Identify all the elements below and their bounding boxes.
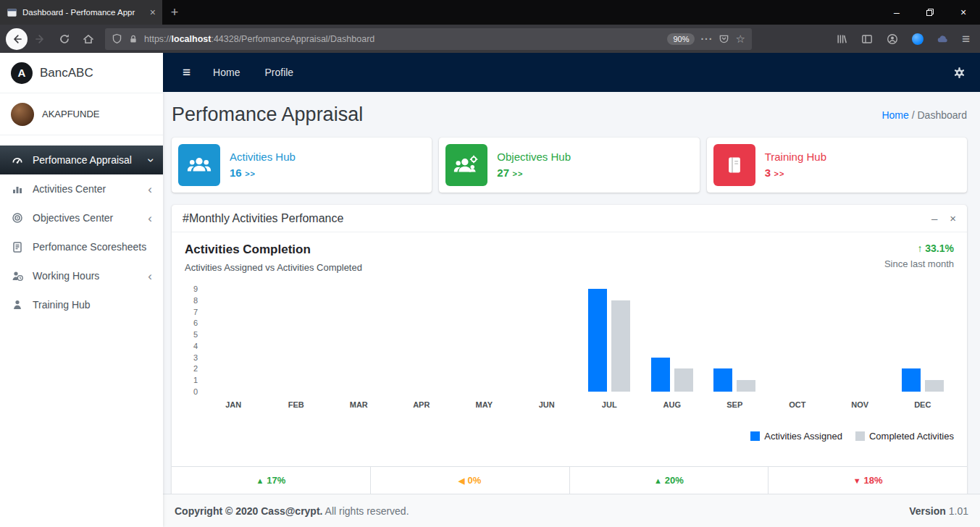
breadcrumb: Home / Dashboard xyxy=(881,109,967,121)
close-window-button[interactable]: × xyxy=(947,0,980,25)
new-tab-button[interactable]: + xyxy=(162,0,187,25)
month-slot: OCT xyxy=(766,289,829,409)
library-icon[interactable] xyxy=(831,28,853,50)
bookmark-star-icon[interactable]: ☆ xyxy=(735,33,745,46)
card-training-hub[interactable]: Training Hub 3 >> xyxy=(707,138,967,193)
legend-item[interactable]: Activities Assigned xyxy=(750,431,842,442)
forward-button[interactable] xyxy=(30,28,51,50)
browser-menu-icon[interactable]: ≡ xyxy=(958,31,974,47)
card-more-arrows[interactable]: >> xyxy=(512,169,523,178)
caret-down-icon: ▼ xyxy=(853,476,861,485)
card-more-arrows[interactable]: >> xyxy=(774,169,784,178)
clipboard-icon xyxy=(11,241,24,253)
month-slot: JUN xyxy=(516,289,579,409)
panel-minimize-button[interactable]: – xyxy=(931,212,937,224)
legend-item[interactable]: Completed Activities xyxy=(855,431,954,442)
pocket-icon[interactable] xyxy=(719,33,729,44)
browser-titlebar: Dashboard - Perfomance Appr × + – × xyxy=(0,0,980,25)
sidebars-icon[interactable] xyxy=(856,28,878,50)
bar xyxy=(737,380,755,392)
zoom-indicator[interactable]: 90% xyxy=(667,33,695,45)
url-path: :44328/PerfomanceAppraisal/Dashboard xyxy=(211,34,374,44)
sidebar-item-label: Activities Center xyxy=(33,183,106,195)
card-title: Training Hub xyxy=(765,151,826,163)
sidebar-item-perfomance-scoresheets[interactable]: Perfomance Scoresheets xyxy=(0,232,163,261)
page-content: Perfomance Appraisal Home / Dashboard Ac… xyxy=(163,92,980,494)
page-header: Perfomance Appraisal Home / Dashboard xyxy=(172,104,967,126)
sidebar-item-label: Objectives Center xyxy=(33,212,113,224)
x-tick-label: JUN xyxy=(539,400,555,409)
panel-tools: – × xyxy=(931,212,956,224)
sidebar-item-activities-center[interactable]: Activities Center ‹ xyxy=(0,174,163,203)
month-slot: DEC xyxy=(892,289,955,409)
bar xyxy=(674,368,693,392)
card-activities-hub[interactable]: Activities Hub 16 >> xyxy=(172,138,432,193)
tracking-shield-icon[interactable] xyxy=(112,33,122,44)
y-tick-label: 9 xyxy=(193,284,198,293)
card-count-link[interactable]: 3 xyxy=(765,166,771,179)
minimize-button[interactable]: – xyxy=(880,0,913,25)
breadcrumb-home-link[interactable]: Home xyxy=(881,109,908,121)
y-tick-label: 0 xyxy=(193,387,198,396)
legend-swatch xyxy=(855,431,865,441)
x-tick-label: SEP xyxy=(726,400,742,409)
account-icon[interactable] xyxy=(881,28,903,50)
arrow-up-icon: ↑ xyxy=(917,243,922,254)
panel-close-button[interactable]: × xyxy=(950,212,956,224)
users-group-icon xyxy=(178,144,220,186)
user-name: AKAPFUNDE xyxy=(42,109,99,119)
tab-favicon xyxy=(7,7,17,18)
restore-button[interactable] xyxy=(913,0,947,25)
settings-gear-icon[interactable] xyxy=(950,67,968,79)
extension-icon-blue[interactable] xyxy=(907,28,929,50)
card-objectives-hub[interactable]: Objectives Hub 27 >> xyxy=(439,138,699,193)
caret-left-icon: ◀ xyxy=(458,476,464,485)
y-tick-label: 4 xyxy=(193,342,198,350)
browser-tab[interactable]: Dashboard - Perfomance Appr × xyxy=(0,0,162,25)
y-tick-label: 2 xyxy=(193,364,198,373)
app-footer: Copyright © 2020 Cass@crypt. All rights … xyxy=(163,494,980,527)
browser-toolbar: https://localhost:44328/PerfomanceApprai… xyxy=(0,25,980,53)
nav-link-home[interactable]: Home xyxy=(203,67,250,78)
y-tick-label: 8 xyxy=(193,296,198,305)
sidebar-item-working-hours[interactable]: Working Hours ‹ xyxy=(0,261,163,290)
lock-icon[interactable] xyxy=(128,34,138,44)
page-title: Perfomance Appraisal xyxy=(172,104,363,126)
reload-button[interactable] xyxy=(54,28,75,50)
brand-name: BancABC xyxy=(40,66,93,80)
y-tick-label: 3 xyxy=(193,353,198,362)
nav-link-profile[interactable]: Profile xyxy=(254,67,303,78)
month-slot: SEP xyxy=(703,289,766,409)
chart-bar-icon xyxy=(11,183,24,195)
chevron-left-icon: ‹ xyxy=(148,270,152,282)
page-actions-icon[interactable]: ··· xyxy=(700,33,713,45)
panel-body: Activities Completion Activities Assigne… xyxy=(172,232,967,466)
sidebar-item-training-hub[interactable]: Training Hub xyxy=(0,290,163,319)
sidebar-item-perfomance-appraisal[interactable]: Perfomance Appraisal ‹ xyxy=(0,146,163,174)
trainer-icon xyxy=(11,299,24,311)
back-button[interactable] xyxy=(6,28,28,50)
x-tick-label: FEB xyxy=(288,400,304,409)
card-more-arrows[interactable]: >> xyxy=(245,169,256,178)
footer-copyright: Copyright © 2020 Cass@crypt. All rights … xyxy=(175,505,409,517)
url-bar[interactable]: https://localhost:44328/PerfomanceApprai… xyxy=(105,28,752,50)
sidebar-item-objectives-center[interactable]: Objectives Center ‹ xyxy=(0,203,163,232)
tab-close-button[interactable]: × xyxy=(150,7,156,17)
sidebar: A BancABC AKAPFUNDE Perfomance Appraisal… xyxy=(0,53,163,527)
user-panel[interactable]: AKAPFUNDE xyxy=(0,93,163,135)
chart-y-axis: 0123456789 xyxy=(185,289,202,392)
bar xyxy=(713,368,732,392)
card-title: Objectives Hub xyxy=(497,151,571,163)
card-count-link[interactable]: 27 xyxy=(497,166,509,179)
card-text: Activities Hub 16 >> xyxy=(230,151,296,180)
card-count-link[interactable]: 16 xyxy=(230,166,242,179)
brand[interactable]: A BancABC xyxy=(0,53,163,93)
speedometer-icon xyxy=(11,154,24,166)
chart-title: Activities Completion xyxy=(185,243,362,257)
book-icon xyxy=(713,144,755,186)
home-button[interactable] xyxy=(78,28,99,50)
stat-cell: ▼18% xyxy=(768,467,967,494)
app-menu-toggle-icon[interactable]: ≡ xyxy=(175,64,198,80)
cloud-extension-icon[interactable] xyxy=(932,28,954,50)
main-column: ≡ Home Profile Perfomance Appraisal Home… xyxy=(163,53,980,527)
